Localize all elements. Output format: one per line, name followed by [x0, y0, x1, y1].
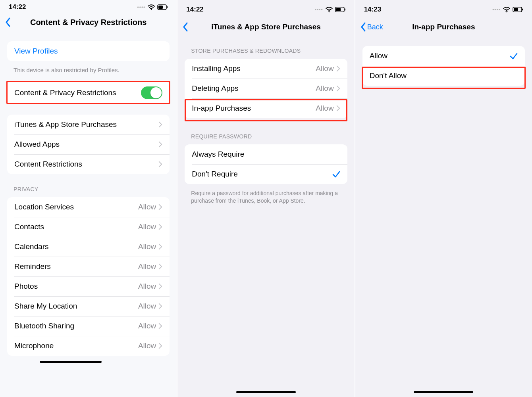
battery-icon [157, 4, 168, 10]
status-time: 14:22 [186, 6, 203, 13]
calendars-row[interactable]: CalendarsAllow [7, 237, 170, 257]
profiles-footnote: This device is also restricted by Profil… [0, 63, 177, 80]
bluetooth-sharing-row[interactable]: Bluetooth SharingAllow [7, 316, 170, 336]
status-bar: 14:22 •••• [0, 0, 177, 13]
password-footer: Require a password for additional purcha… [177, 186, 354, 205]
dont-require-row[interactable]: Don't Require [185, 164, 347, 184]
back-label: Back [367, 23, 383, 31]
in-app-purchases-row[interactable]: In-app PurchasesAllow [185, 98, 347, 118]
status-icons: •••• [137, 4, 168, 10]
password-group: Always Require Don't Require [185, 144, 347, 184]
checkmark-icon [510, 52, 518, 60]
installing-apps-row[interactable]: Installing AppsAllow [185, 59, 347, 79]
battery-icon [513, 6, 523, 13]
options-group: Allow Don't Allow [362, 46, 525, 86]
main-group: iTunes & App Store Purchases Allowed App… [7, 115, 170, 174]
location-services-row[interactable]: Location ServicesAllow [7, 197, 170, 217]
chevron-right-icon [336, 85, 340, 92]
chevron-right-icon [158, 141, 162, 148]
nav-bar: Back In-app Purchases [355, 15, 532, 37]
chevron-right-icon [158, 303, 162, 309]
contacts-row[interactable]: ContactsAllow [7, 217, 170, 237]
allowed-apps-row[interactable]: Allowed Apps [7, 134, 170, 154]
privacy-group: Location ServicesAllow ContactsAllow Cal… [7, 197, 170, 356]
home-indicator[interactable] [414, 391, 473, 393]
checkmark-icon [332, 170, 340, 178]
screen-content-privacy: 14:22 •••• Content & Privacy Restriction… [0, 0, 177, 397]
content: Allow Don't Allow [355, 46, 532, 103]
chevron-right-icon [336, 65, 340, 72]
cell-signal-icon: •••• [315, 7, 323, 12]
content: STORE PURCHASES & REDOWNLOADS Installing… [177, 37, 354, 221]
status-bar: 14:22 •••• [177, 0, 354, 15]
cell-signal-icon: •••• [137, 4, 146, 10]
reminders-row[interactable]: RemindersAllow [7, 257, 170, 276]
chevron-right-icon [336, 105, 340, 111]
nav-bar: Content & Privacy Restrictions [0, 13, 177, 33]
page-title: Content & Privacy Restrictions [0, 18, 177, 27]
chevron-right-icon [158, 224, 162, 230]
chevron-right-icon [158, 204, 162, 210]
content-restrictions-row[interactable]: Content Restrictions [7, 154, 170, 174]
status-bar: 14:23 •••• [355, 0, 532, 15]
home-indicator[interactable] [40, 361, 102, 363]
store-group: Installing AppsAllow Deleting AppsAllow … [185, 59, 347, 118]
cell-signal-icon: •••• [492, 7, 501, 12]
status-time: 14:22 [9, 3, 26, 11]
content: View Profiles This device is also restri… [0, 41, 177, 373]
back-button[interactable]: Back [359, 21, 384, 33]
chevron-right-icon [158, 283, 162, 290]
home-indicator[interactable] [236, 391, 296, 393]
status-time: 14:23 [364, 6, 381, 13]
chevron-right-icon [158, 343, 162, 349]
screen-itunes-purchases: 14:22 •••• iTunes & App Store Purchases … [177, 0, 355, 397]
deleting-apps-row[interactable]: Deleting AppsAllow [185, 79, 347, 98]
chevron-right-icon [158, 161, 162, 167]
share-location-row[interactable]: Share My LocationAllow [7, 296, 170, 316]
back-button[interactable] [181, 21, 189, 33]
back-button[interactable] [4, 16, 12, 29]
password-header: REQUIRE PASSWORD [177, 120, 354, 143]
chevron-right-icon [158, 263, 162, 270]
content-privacy-toggle[interactable] [141, 86, 162, 99]
photos-row[interactable]: PhotosAllow [7, 276, 170, 296]
nav-bar: iTunes & App Store Purchases [177, 15, 354, 37]
microphone-row[interactable]: MicrophoneAllow [7, 336, 170, 356]
wifi-icon [326, 6, 333, 13]
itunes-purchases-row[interactable]: iTunes & App Store Purchases [7, 115, 170, 134]
battery-icon [335, 6, 346, 13]
privacy-header: PRIVACY [0, 176, 177, 196]
wifi-icon [148, 4, 155, 10]
chevron-right-icon [158, 244, 162, 250]
allow-row[interactable]: Allow [362, 46, 525, 66]
toggle-row-label: Content & Privacy Restrictions [14, 88, 141, 97]
page-title: iTunes & App Store Purchases [177, 23, 354, 31]
view-profiles-row[interactable]: View Profiles [7, 41, 170, 61]
wifi-icon [503, 6, 510, 13]
chevron-right-icon [158, 323, 162, 329]
chevron-left-icon [360, 22, 366, 32]
status-icons: •••• [315, 6, 346, 13]
chevron-right-icon [158, 121, 162, 128]
view-profiles-label: View Profiles [14, 47, 162, 56]
always-require-row[interactable]: Always Require [185, 144, 347, 164]
store-header: STORE PURCHASES & REDOWNLOADS [177, 37, 354, 57]
screen-in-app-purchases: 14:23 •••• Back In-app Purchases Allow D… [355, 0, 532, 397]
status-icons: •••• [492, 6, 523, 13]
chevron-left-icon [182, 22, 189, 32]
content-privacy-toggle-row[interactable]: Content & Privacy Restrictions [7, 81, 170, 104]
chevron-left-icon [5, 17, 11, 27]
dont-allow-row[interactable]: Don't Allow [362, 66, 525, 86]
